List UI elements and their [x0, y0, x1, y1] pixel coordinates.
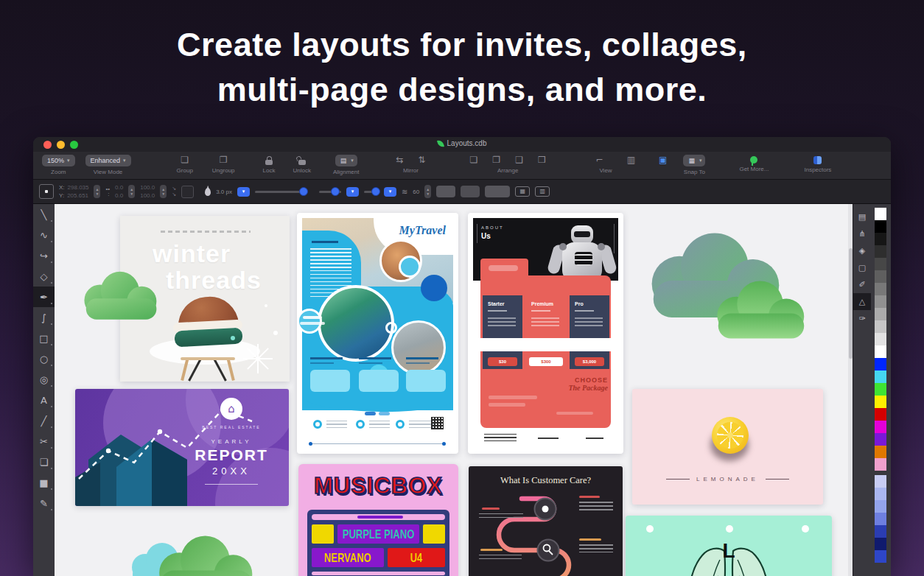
stroke-dropdown[interactable]: ▾ [237, 187, 250, 197]
boolean-tool[interactable]: ❏ [33, 452, 55, 472]
bring-forward-button[interactable]: ❐ [491, 155, 502, 165]
curve-tool[interactable]: ↪ [33, 245, 55, 266]
freehand-tool[interactable]: ∿ [33, 225, 55, 245]
color-swatch[interactable] [875, 396, 886, 408]
opacity-stepper[interactable]: ▲▼ [424, 185, 431, 198]
text-tool[interactable]: A [33, 390, 55, 410]
cap-dropdown[interactable]: ▾ [346, 187, 359, 197]
fill-tool[interactable]: ▤ [853, 208, 871, 225]
dot-tool[interactable]: ◎ [33, 369, 55, 390]
lungs-card[interactable]: L [626, 516, 832, 576]
node-tool[interactable]: ⋔ [853, 225, 871, 242]
height-field[interactable]: 100.0 [140, 192, 155, 199]
ellipse-tool[interactable]: ○ [33, 348, 55, 369]
color-swatch[interactable] [875, 421, 886, 433]
scale-x-field[interactable]: 0.0 [115, 184, 123, 191]
color-swatch[interactable] [875, 270, 886, 283]
shape-tool[interactable]: ▢ [853, 259, 871, 276]
color-swatch[interactable] [875, 446, 886, 458]
style-button-2[interactable] [461, 186, 480, 197]
musicbox-card[interactable]: MUSICBOX PURPLE PIANO NERVANO [298, 464, 458, 576]
line-tool[interactable]: ╱ [33, 410, 55, 431]
color-swatch[interactable] [875, 513, 886, 525]
color-swatch[interactable] [875, 488, 886, 500]
triangle-tool[interactable]: △ [853, 293, 871, 310]
about-us-card[interactable]: ABOUT Us [468, 213, 623, 454]
nib-tool[interactable]: ✑ [853, 310, 871, 327]
lemonade-card[interactable]: LEMONADE [632, 389, 823, 505]
color-swatch[interactable] [875, 458, 886, 471]
canvas[interactable]: winter threads [55, 204, 853, 576]
mirror-vertical-button[interactable]: ⇅ [417, 155, 427, 165]
color-swatch[interactable] [875, 408, 886, 421]
rectangle-tool[interactable]: □ [33, 328, 55, 348]
x-value-field[interactable]: 298.035 [68, 184, 89, 191]
customer-care-card[interactable]: What Is Customer Care? [469, 466, 623, 576]
canvas-frame-icon[interactable]: ▣ [657, 155, 668, 165]
swatch-tool[interactable]: ■ [33, 472, 55, 493]
color-swatch[interactable] [875, 475, 886, 488]
get-more-icon[interactable] [750, 156, 757, 164]
bring-front-button[interactable]: ❏ [469, 155, 480, 165]
lock-icon[interactable] [265, 160, 273, 165]
blend-button[interactable]: ▦ [515, 186, 530, 197]
mask-button[interactable]: ▥ [535, 186, 550, 197]
color-swatch[interactable] [875, 370, 886, 383]
size-stepper[interactable]: ▲▼ [160, 185, 167, 198]
grid-icon[interactable]: ▥ [626, 155, 637, 165]
scale-stepper[interactable]: ▲▼ [128, 185, 135, 198]
stroke-color-icon[interactable] [205, 188, 211, 196]
style-button-1[interactable] [436, 186, 455, 197]
color-swatch[interactable] [875, 433, 886, 446]
color-swatch[interactable] [875, 525, 886, 538]
green-cloud-left[interactable] [77, 269, 164, 325]
mirror-horizontal-button[interactable]: ⇆ [394, 155, 405, 165]
width-field[interactable]: 100.0 [140, 184, 155, 191]
zoom-dropdown[interactable]: 150% ▾ [42, 155, 75, 166]
blob-tool[interactable]: ◇ [33, 266, 55, 287]
group-button[interactable]: ❏ [179, 155, 190, 165]
alignment-dropdown[interactable]: ▤ ▾ [335, 155, 357, 166]
color-swatch[interactable] [875, 295, 886, 308]
color-swatch[interactable] [875, 358, 886, 370]
reference-point-selector[interactable] [39, 184, 54, 199]
send-backward-button[interactable]: ❑ [514, 155, 525, 165]
color-swatch[interactable] [875, 345, 886, 358]
unlock-icon[interactable] [298, 160, 306, 165]
selection-tool[interactable]: ╲ [33, 204, 55, 225]
color-swatch[interactable] [875, 208, 886, 220]
layers-tool[interactable]: ◈ [853, 242, 871, 259]
pen-tool[interactable]: ✒ [33, 287, 55, 307]
color-swatch[interactable] [875, 538, 886, 550]
guides-icon[interactable]: ⌐ [595, 155, 605, 165]
cloud-bottom-green[interactable] [150, 535, 262, 576]
price-pill[interactable]: $3,000 [575, 357, 604, 366]
position-stepper[interactable]: ▲▼ [94, 185, 100, 198]
view-mode-dropdown[interactable]: Enhanced ▾ [85, 155, 131, 166]
join-dropdown[interactable]: ▾ [384, 187, 396, 197]
color-swatch[interactable] [875, 500, 886, 513]
ungroup-button[interactable]: ❐ [218, 155, 229, 165]
color-swatch[interactable] [875, 320, 886, 333]
color-swatch[interactable] [875, 233, 886, 245]
eraser-tool[interactable]: ✐ [853, 276, 871, 293]
stroke-width-field[interactable]: 3.0 px [216, 189, 232, 195]
pencil-tool[interactable]: ✎ [33, 493, 55, 513]
color-swatch[interactable] [875, 283, 886, 295]
cloud-top-right-front[interactable] [709, 281, 813, 344]
mini-slider-1[interactable] [319, 191, 341, 193]
slider-handle[interactable] [331, 187, 340, 196]
mytravel-card[interactable]: MyTravel [297, 213, 458, 454]
color-swatch[interactable] [875, 550, 886, 563]
style-button-3[interactable] [485, 186, 510, 197]
price-pill[interactable]: $300 [529, 357, 563, 366]
color-swatch[interactable] [875, 220, 886, 233]
yearly-report-card[interactable]: ⌂ BEST REAL ESTATE YEARLY REPORT 20XX [75, 389, 289, 506]
y-value-field[interactable]: 205.651 [67, 192, 88, 199]
opacity-field[interactable]: 60 [413, 189, 419, 195]
mini-slider-2[interactable] [364, 191, 379, 193]
send-back-button[interactable]: ❒ [536, 155, 547, 165]
lasso-tool[interactable]: ∫ [33, 307, 55, 328]
scissors-tool[interactable]: ✂ [33, 431, 55, 452]
snap-to-dropdown[interactable]: ▦ ▾ [683, 155, 705, 166]
